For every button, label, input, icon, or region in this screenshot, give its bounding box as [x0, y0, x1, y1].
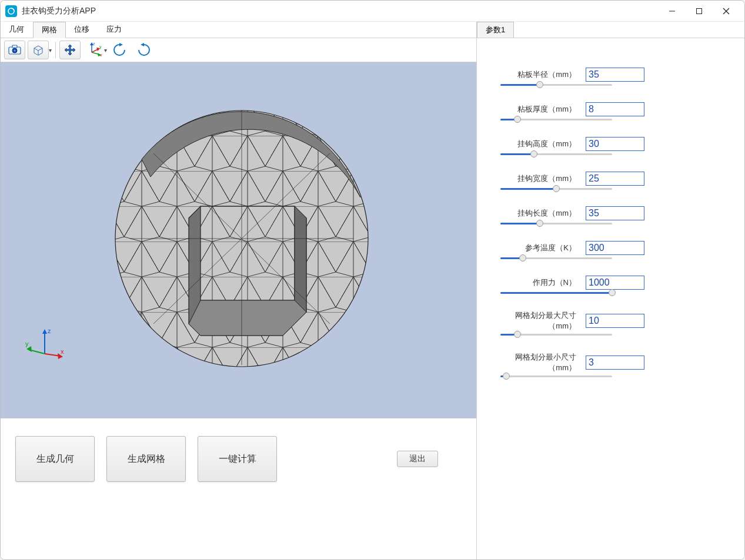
param-row: 挂钩高度（mm） — [495, 137, 727, 155]
param-input[interactable] — [586, 102, 644, 116]
param-label: 挂钩长度（mm） — [495, 208, 580, 219]
param-slider[interactable] — [500, 188, 612, 190]
dropdown-caret-icon[interactable]: ▾ — [49, 47, 52, 53]
content-area: 几何 网格 位移 应力 ▾ — [1, 22, 744, 559]
viewport-toolbar: ▾ z y x ▾ — [1, 38, 476, 62]
param-slider[interactable] — [500, 334, 612, 336]
right-pane: 参数1 粘板半径（mm）粘板厚度（mm）挂钩高度（mm）挂钩宽度（mm）挂钩长度… — [477, 22, 744, 559]
param-input[interactable] — [586, 172, 644, 186]
titlebar: 挂衣钩受力分析APP — [1, 1, 744, 22]
param-label: 网格划分最小尺寸（mm） — [495, 352, 580, 373]
param-input[interactable] — [586, 137, 644, 151]
param-tabs: 参数1 — [477, 22, 744, 38]
param-slider[interactable] — [500, 223, 612, 224]
tab-displacement[interactable]: 位移 — [66, 22, 98, 38]
svg-text:y: y — [99, 45, 102, 49]
param-label: 作用力（N） — [495, 277, 580, 288]
param-label: 参考温度（K） — [495, 243, 580, 253]
window-title: 挂衣钩受力分析APP — [22, 6, 659, 16]
param-row: 网格划分最小尺寸（mm） — [495, 352, 727, 377]
param-input[interactable] — [586, 276, 644, 290]
left-pane: 几何 网格 位移 应力 ▾ — [1, 22, 477, 559]
axis-x-label: x — [61, 348, 64, 355]
tab-geometry[interactable]: 几何 — [1, 22, 33, 38]
exit-button[interactable]: 退出 — [397, 451, 438, 467]
dropdown-caret-icon[interactable]: ▾ — [104, 47, 107, 53]
param-label: 挂钩宽度（mm） — [495, 173, 580, 184]
tab-stress[interactable]: 应力 — [98, 22, 131, 38]
camera-icon — [8, 45, 21, 55]
compute-button[interactable]: 一键计算 — [198, 436, 277, 482]
param-row: 作用力（N） — [495, 276, 727, 294]
param-label: 网格划分最大尺寸（mm） — [495, 310, 580, 331]
camera-snapshot-button[interactable] — [4, 41, 25, 59]
svg-marker-19 — [141, 43, 144, 46]
svg-text:z: z — [93, 42, 95, 46]
param-input[interactable] — [586, 241, 644, 255]
svg-point-8 — [14, 50, 16, 52]
param-row: 参考温度（K） — [495, 241, 727, 259]
svg-marker-18 — [119, 43, 123, 46]
close-button[interactable] — [713, 2, 740, 21]
tab-mesh[interactable]: 网格 — [33, 22, 66, 38]
axis-gizmo: z y x — [24, 327, 71, 363]
param-row: 网格划分最大尺寸（mm） — [495, 310, 727, 336]
toolbar-separator — [55, 42, 56, 58]
params-list: 粘板半径（mm）粘板厚度（mm）挂钩高度（mm）挂钩宽度（mm）挂钩长度（mm）… — [477, 38, 744, 559]
param-row: 挂钩宽度（mm） — [495, 172, 727, 190]
generate-geometry-button[interactable]: 生成几何 — [15, 436, 95, 482]
rotate-ccw-button[interactable] — [109, 41, 131, 59]
scene-box-button[interactable] — [28, 41, 49, 59]
param-row: 粘板半径（mm） — [495, 68, 727, 86]
param-slider[interactable] — [500, 84, 612, 86]
svg-rect-6 — [12, 45, 17, 48]
move-tool-icon — [64, 43, 76, 56]
minimize-button[interactable] — [659, 2, 686, 21]
param-slider[interactable] — [500, 375, 612, 377]
param-label: 挂钩高度（mm） — [495, 139, 580, 149]
param-slider[interactable] — [500, 153, 612, 155]
app-window: 挂衣钩受力分析APP 几何 网格 位移 应力 — [0, 0, 745, 560]
axes-indicator-button[interactable]: z y x — [83, 41, 104, 59]
param-label: 粘板半径（mm） — [495, 69, 580, 80]
rotate-ccw-icon — [112, 43, 128, 57]
axis-y-label: y — [25, 340, 29, 347]
param-label: 粘板厚度（mm） — [495, 104, 580, 115]
param-row: 粘板厚度（mm） — [495, 102, 727, 120]
maximize-button[interactable] — [686, 2, 713, 21]
3d-viewport[interactable]: z y x — [1, 62, 476, 418]
axis-z-label: z — [48, 327, 51, 334]
svg-rect-2 — [697, 8, 702, 14]
param-slider[interactable] — [500, 292, 612, 294]
window-controls — [659, 2, 740, 21]
generate-mesh-button[interactable]: 生成网格 — [106, 436, 186, 482]
scene-box-icon — [32, 43, 45, 56]
param-row: 挂钩长度（mm） — [495, 206, 727, 224]
param-input[interactable] — [586, 314, 644, 328]
svg-text:x: x — [100, 53, 102, 57]
svg-marker-27 — [42, 329, 47, 334]
param-input[interactable] — [586, 356, 644, 370]
rotate-cw-button[interactable] — [133, 41, 154, 59]
move-tool-button[interactable] — [59, 41, 81, 59]
param-input[interactable] — [586, 206, 644, 220]
mesh-model — [106, 100, 383, 377]
rotate-cw-icon — [135, 43, 152, 57]
xyz-axes-icon: z y x — [85, 42, 102, 58]
param-slider[interactable] — [500, 119, 612, 120]
param-input[interactable] — [586, 68, 644, 82]
view-tabs: 几何 网格 位移 应力 — [1, 22, 476, 38]
action-bar: 生成几何 生成网格 一键计算 退出 — [1, 418, 476, 559]
param-slider[interactable] — [500, 257, 612, 259]
app-icon — [5, 5, 17, 17]
tab-params1[interactable]: 参数1 — [477, 22, 514, 38]
